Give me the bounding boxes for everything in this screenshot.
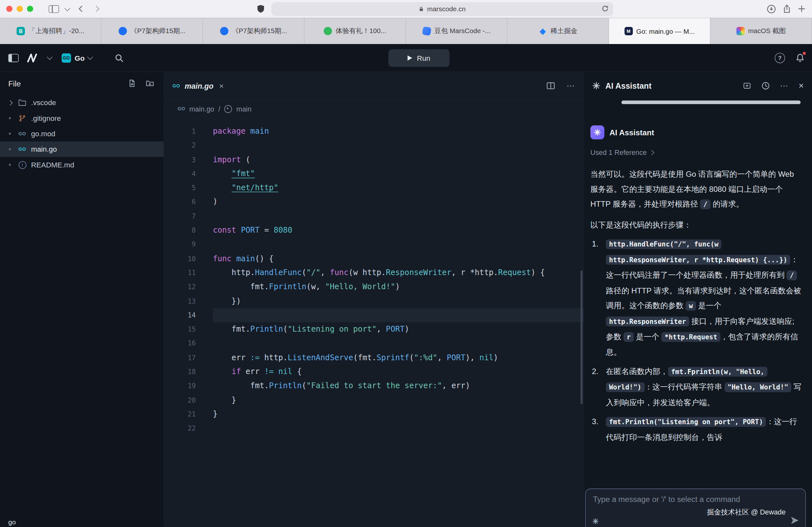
code-text[interactable]: [213, 308, 584, 322]
browser-tab[interactable]: macOS 截图: [710, 18, 812, 44]
line-number[interactable]: 6: [164, 195, 195, 209]
code-token: =: [260, 225, 274, 234]
breadcrumb-file[interactable]: main.go: [189, 105, 214, 113]
chat-input-box[interactable]: 掘金技术社区 @ Dewade: [585, 488, 806, 527]
search-icon[interactable]: [115, 53, 124, 62]
new-folder-icon[interactable]: [145, 80, 154, 88]
code-text[interactable]: }): [213, 294, 584, 308]
line-number[interactable]: 4: [164, 167, 195, 181]
browser-tab[interactable]: 豆包 MarsCode -...: [406, 18, 508, 44]
breadcrumb-symbol[interactable]: main: [236, 105, 251, 113]
line-number[interactable]: 10: [164, 252, 195, 266]
code-text[interactable]: package main: [213, 124, 584, 139]
panel-scrollbar[interactable]: [622, 101, 801, 104]
address-bar[interactable]: marscode.cn: [271, 2, 613, 16]
back-button[interactable]: [75, 3, 86, 14]
code-text[interactable]: }: [213, 407, 584, 421]
line-number[interactable]: 22: [164, 421, 195, 436]
new-chat-icon[interactable]: [743, 82, 751, 90]
chevron-down-icon[interactable]: [64, 5, 70, 11]
line-number[interactable]: 16: [164, 337, 195, 351]
code-text[interactable]: [213, 337, 584, 351]
code-text[interactable]: "net/http": [213, 181, 584, 195]
code-text[interactable]: [213, 209, 584, 223]
browser-tab[interactable]: 体验有礼！100...: [304, 18, 406, 44]
code-token: "net/http": [232, 183, 278, 192]
close-window-button[interactable]: [6, 6, 12, 12]
close-tab-icon[interactable]: ×: [219, 81, 223, 90]
new-file-icon[interactable]: [128, 80, 136, 88]
file-row-gomod[interactable]: GOgo.mod: [0, 126, 163, 141]
boss-favicon: B: [17, 27, 25, 35]
run-button[interactable]: Run: [388, 49, 449, 67]
line-number[interactable]: 20: [164, 393, 195, 407]
line-number[interactable]: 1: [164, 124, 195, 139]
line-number[interactable]: 2: [164, 139, 195, 153]
more-actions-icon[interactable]: ⋯: [567, 81, 575, 91]
notifications-bell-icon[interactable]: [795, 53, 804, 63]
line-number[interactable]: 7: [164, 209, 195, 223]
code-text[interactable]: fmt.Println("Listening on port", PORT): [213, 322, 584, 337]
code-text[interactable]: if err != nil {: [213, 365, 584, 379]
sidebar-toggle-icon[interactable]: [49, 5, 59, 13]
code-text[interactable]: ): [213, 195, 584, 209]
line-number[interactable]: 19: [164, 379, 195, 393]
zoom-window-button[interactable]: [27, 6, 33, 12]
send-icon[interactable]: [790, 516, 799, 525]
line-number[interactable]: 17: [164, 351, 195, 365]
new-tab-icon[interactable]: [798, 5, 806, 13]
close-panel-icon[interactable]: ×: [798, 81, 804, 91]
split-editor-icon[interactable]: [546, 82, 555, 90]
code-text[interactable]: fmt.Fprintln(w, "Hello, World!"): [213, 280, 584, 294]
browser-tab[interactable]: 《P7架构师15期...: [203, 18, 304, 44]
code-text[interactable]: err := http.ListenAndServe(fmt.Sprintf("…: [213, 351, 584, 365]
history-icon[interactable]: [761, 81, 770, 90]
code-text[interactable]: "fmt": [213, 167, 584, 181]
code-text[interactable]: [213, 238, 584, 252]
line-number[interactable]: 11: [164, 266, 195, 280]
file-row-vscode[interactable]: .vscode: [0, 95, 163, 110]
browser-tab[interactable]: B「上海招聘」-20...: [0, 18, 102, 44]
line-number[interactable]: 9: [164, 238, 195, 252]
line-number[interactable]: 21: [164, 407, 195, 421]
code-text[interactable]: http.HandleFunc("/", func(w http.Respons…: [213, 266, 584, 280]
chevron-down-icon[interactable]: [47, 54, 53, 60]
browser-tab[interactable]: MGo: main.go — M...: [609, 18, 710, 44]
line-number[interactable]: 15: [164, 322, 195, 337]
code-text[interactable]: }: [213, 393, 584, 407]
line-number[interactable]: 18: [164, 365, 195, 379]
forward-button[interactable]: [92, 3, 102, 14]
browser-tab[interactable]: 《P7架构师15期...: [102, 18, 203, 44]
line-number[interactable]: 5: [164, 181, 195, 195]
breadcrumb[interactable]: GO main.go / main: [164, 100, 584, 118]
code-token: http.: [260, 353, 288, 362]
code-text[interactable]: const PORT = 8080: [213, 223, 584, 238]
minimize-window-button[interactable]: [17, 6, 23, 12]
help-icon[interactable]: ?: [775, 53, 785, 63]
privacy-shield-icon[interactable]: [256, 4, 265, 14]
file-row-maingo[interactable]: GOmain.go: [0, 141, 163, 157]
code-text[interactable]: [213, 139, 584, 153]
editor-scrollbar[interactable]: [580, 271, 582, 404]
browser-tab[interactable]: ◆稀土掘金: [508, 18, 609, 44]
file-row-READMEmd[interactable]: iREADME.md: [0, 157, 163, 173]
downloads-icon[interactable]: [766, 4, 776, 14]
code-area[interactable]: 1package main23import (4 "fmt"5 "net/htt…: [164, 118, 584, 527]
project-language-chip[interactable]: GO Go: [62, 53, 92, 62]
line-number[interactable]: 3: [164, 153, 195, 167]
line-number[interactable]: 8: [164, 223, 195, 238]
code-text[interactable]: func main() {: [213, 252, 584, 266]
panel-toggle-icon[interactable]: [8, 54, 19, 62]
code-text[interactable]: [213, 421, 584, 436]
code-text[interactable]: import (: [213, 153, 584, 167]
used-reference-link[interactable]: Used 1 Reference: [590, 145, 803, 160]
code-text[interactable]: fmt.Println("Failed to start the server:…: [213, 379, 584, 393]
line-number[interactable]: 13: [164, 294, 195, 308]
line-number[interactable]: 12: [164, 280, 195, 294]
more-actions-icon[interactable]: ⋯: [780, 81, 788, 91]
share-icon[interactable]: [782, 4, 791, 14]
line-number[interactable]: 14: [164, 308, 195, 322]
editor-tab-maingo[interactable]: GO main.go ×: [173, 81, 224, 90]
reload-icon[interactable]: [601, 4, 609, 12]
file-row-gitignore[interactable]: .gitignore: [0, 110, 163, 126]
